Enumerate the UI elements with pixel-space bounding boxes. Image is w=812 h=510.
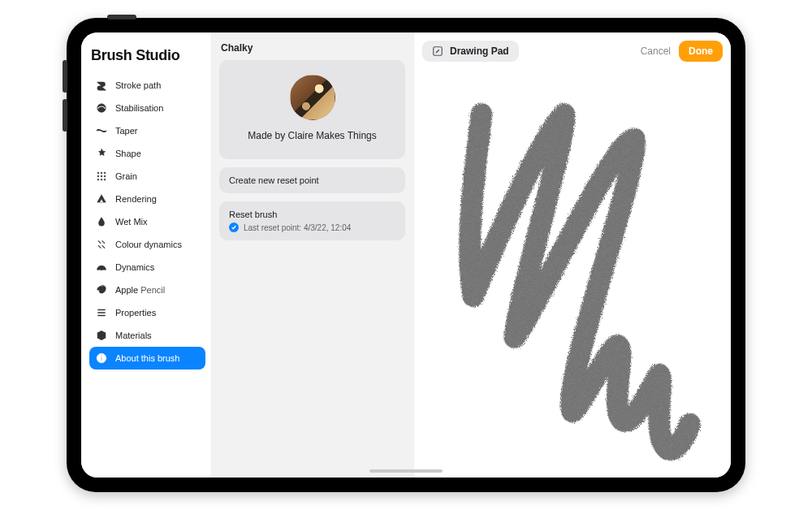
- sidebar-item-rendering[interactable]: Rendering: [89, 188, 205, 210]
- sidebar: Brush Studio Stroke path Stabilisation T…: [81, 32, 211, 478]
- check-icon: [229, 223, 239, 232]
- svg-point-1: [97, 172, 99, 174]
- info-icon: [96, 352, 107, 364]
- settings-panel: Chalky Made by Claire Makes Things Creat…: [211, 32, 414, 478]
- made-by-text: Made by Claire Makes Things: [248, 130, 377, 141]
- sidebar-item-stroke-path[interactable]: Stroke path: [89, 74, 205, 97]
- cancel-button[interactable]: Cancel: [641, 45, 671, 57]
- sidebar-item-apple-pencil[interactable]: Apple Pencil: [89, 279, 205, 301]
- svg-point-9: [104, 179, 106, 180]
- svg-point-7: [97, 179, 99, 180]
- sidebar-item-label: Dynamics: [115, 262, 154, 272]
- reset-brush-button[interactable]: Reset brush Last reset point: 4/3/22, 12…: [219, 201, 405, 240]
- sidebar-item-label: Materials: [115, 331, 152, 340]
- done-button[interactable]: Done: [679, 41, 723, 62]
- rendering-icon: [96, 193, 107, 205]
- screen: Brush Studio Stroke path Stabilisation T…: [81, 32, 731, 478]
- ipad-frame: Brush Studio Stroke path Stabilisation T…: [67, 18, 745, 492]
- materials-icon: [96, 330, 107, 341]
- svg-point-13: [101, 355, 102, 357]
- volume-down-button: [63, 99, 67, 132]
- drawing-canvas[interactable]: Drawing Pad Cancel Done: [414, 32, 731, 478]
- home-indicator: [369, 469, 443, 473]
- svg-point-4: [97, 175, 99, 177]
- sidebar-item-dynamics[interactable]: Dynamics: [89, 256, 205, 279]
- sidebar-item-label: Taper: [115, 126, 138, 136]
- sidebar-item-colour-dynamics[interactable]: Colour dynamics: [89, 233, 205, 256]
- taper-icon: [96, 125, 107, 136]
- stabilisation-icon: [96, 102, 107, 114]
- grain-icon: [96, 171, 107, 182]
- sidebar-item-about[interactable]: About this brush: [89, 347, 205, 370]
- apple-pencil-icon: [96, 284, 107, 296]
- svg-point-3: [104, 172, 106, 174]
- button-label: Create new reset point: [229, 175, 319, 185]
- sidebar-item-label: Rendering: [115, 194, 157, 204]
- canvas-toolbar: Drawing Pad Cancel Done: [422, 41, 723, 62]
- author-card: Made by Claire Makes Things: [219, 60, 405, 159]
- brush-name-title: Chalky: [219, 41, 405, 60]
- svg-point-2: [101, 172, 102, 174]
- svg-rect-12: [101, 357, 102, 361]
- drawing-pad-label: Drawing Pad: [450, 45, 509, 57]
- author-avatar: [290, 75, 335, 120]
- brush-stroke-preview: [422, 81, 723, 461]
- volume-up-button: [63, 60, 67, 93]
- sidebar-item-wet-mix[interactable]: Wet Mix: [89, 210, 205, 233]
- reset-subtitle: Last reset point: 4/3/22, 12:04: [229, 223, 395, 232]
- wet-mix-icon: [96, 216, 107, 227]
- shape-icon: [96, 148, 107, 159]
- colour-dynamics-icon: [96, 239, 107, 250]
- sidebar-item-label: About this brush: [115, 353, 180, 363]
- sidebar-item-label: Apple Pencil: [115, 285, 165, 295]
- svg-point-8: [101, 179, 102, 180]
- svg-point-6: [104, 175, 106, 177]
- sidebar-item-label: Wet Mix: [115, 217, 148, 227]
- button-label: Reset brush: [229, 210, 277, 219]
- sidebar-item-shape[interactable]: Shape: [89, 142, 205, 165]
- sidebar-item-label: Stroke path: [115, 80, 161, 90]
- power-button: [107, 15, 136, 19]
- sidebar-item-label: Properties: [115, 308, 156, 318]
- toolbar-actions: Cancel Done: [641, 41, 723, 62]
- svg-point-10: [102, 285, 103, 287]
- sidebar-item-stabilisation[interactable]: Stabilisation: [89, 97, 205, 119]
- app-title: Brush Studio: [91, 47, 205, 64]
- sidebar-item-label: Stabilisation: [115, 103, 163, 113]
- create-reset-point-button[interactable]: Create new reset point: [219, 167, 405, 193]
- sidebar-item-label: Colour dynamics: [115, 240, 182, 249]
- sidebar-item-label: Grain: [115, 171, 137, 181]
- drawing-pad-toggle[interactable]: Drawing Pad: [422, 41, 519, 62]
- sidebar-item-properties[interactable]: Properties: [89, 301, 205, 324]
- sidebar-item-materials[interactable]: Materials: [89, 324, 205, 347]
- sidebar-item-label: Shape: [115, 149, 141, 158]
- dynamics-icon: [96, 261, 107, 273]
- sidebar-item-grain[interactable]: Grain: [89, 165, 205, 188]
- svg-point-5: [101, 175, 102, 177]
- stroke-path-icon: [96, 80, 107, 91]
- sidebar-item-taper[interactable]: Taper: [89, 119, 205, 142]
- properties-icon: [96, 307, 107, 318]
